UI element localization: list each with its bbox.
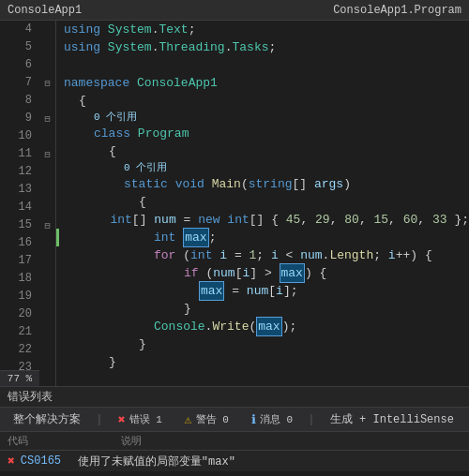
code-zero-ref-2: 0 个引用 <box>64 160 469 175</box>
code-line-17: max = num[i]; <box>64 282 469 300</box>
row-error-message: 使用了未赋值的局部变量"max" <box>78 454 461 469</box>
code-line-10: { <box>64 142 469 160</box>
error-table-header: 代码 说明 <box>0 432 469 451</box>
tab-messages[interactable]: ℹ 消息 0 <box>242 409 302 430</box>
fold-23 <box>39 359 55 377</box>
tab-solution[interactable]: 整个解决方案 <box>4 409 90 430</box>
zoom-level: 77 % <box>0 370 39 386</box>
green-indicator <box>56 229 59 246</box>
line-num-8: 8 <box>0 92 39 110</box>
message-count: 消息 0 <box>260 412 293 426</box>
code-line-11: static void Main(string[] args) <box>64 175 469 193</box>
fold-14 <box>39 199 55 216</box>
line-num-19: 19 <box>0 288 39 305</box>
window-title-right: ConsoleApp1.Program <box>234 4 461 17</box>
fold-9[interactable]: ⊟ <box>39 110 55 127</box>
code-zero-ref-1: 0 个引用 <box>64 110 469 125</box>
tab-build-label: 生成 + IntelliSense <box>330 411 454 427</box>
line-num-9: 9 <box>0 110 39 127</box>
line-num-20: 20 <box>0 305 39 323</box>
line-num-14: 14 <box>0 199 39 216</box>
line-num-10: 10 <box>0 127 39 145</box>
fold-22 <box>39 341 55 359</box>
window-title-left: ConsoleApp1 <box>8 4 234 17</box>
fold-18 <box>39 270 55 288</box>
error-table: 代码 说明 ✖ CS0165 使用了未赋值的局部变量"max" <box>0 432 469 476</box>
tab-errors[interactable]: ✖ 错误 1 <box>109 409 172 430</box>
row-error-code: CS0165 <box>21 454 72 468</box>
line-numbers-gutter: 4 5 6 7 8 9 10 11 12 13 14 15 16 17 18 1… <box>0 21 39 386</box>
warning-icon: ⚠ <box>185 412 192 427</box>
tab-build[interactable]: 生成 + IntelliSense <box>321 409 463 430</box>
fold-13 <box>39 181 55 199</box>
col-header-desc: 说明 <box>121 434 461 448</box>
fold-17 <box>39 252 55 270</box>
code-line-18: } <box>64 300 469 318</box>
code-line-6 <box>64 56 469 74</box>
code-line-19: Console.Write(max); <box>64 318 469 335</box>
line-num-4: 4 <box>0 21 39 38</box>
line-num-6: 6 <box>0 56 39 74</box>
code-line-12: { <box>64 193 469 211</box>
fold-11[interactable]: ⊟ <box>39 145 55 163</box>
code-line-22 <box>64 371 469 386</box>
fold-16 <box>39 234 55 252</box>
code-line-4: using System.Text; <box>64 21 469 38</box>
tab-warnings[interactable]: ⚠ 警告 0 <box>175 409 238 430</box>
fold-5 <box>39 38 55 56</box>
line-num-13: 13 <box>0 181 39 199</box>
line-num-5: 5 <box>0 38 39 56</box>
line-num-16: 16 <box>0 234 39 252</box>
fold-4 <box>39 21 55 38</box>
code-line-21: } <box>64 353 469 371</box>
line-num-22: 22 <box>0 341 39 359</box>
code-line-20: } <box>64 335 469 353</box>
fold-10 <box>39 127 55 145</box>
line-num-15: 15 <box>0 216 39 234</box>
info-icon: ℹ <box>251 412 256 427</box>
line-num-12: 12 <box>0 163 39 181</box>
warning-count: 警告 0 <box>196 412 229 426</box>
error-list-title: 错误列表 <box>8 389 53 405</box>
tab-solution-label: 整个解决方案 <box>13 411 81 427</box>
error-count: 错误 1 <box>129 412 162 426</box>
error-icon: ✖ <box>118 412 126 427</box>
error-list-panel: 错误列表 整个解决方案 | ✖ 错误 1 ⚠ 警告 0 ℹ 消息 0 | 生成 … <box>0 386 469 476</box>
fold-20 <box>39 305 55 323</box>
error-tabs: 整个解决方案 | ✖ 错误 1 ⚠ 警告 0 ℹ 消息 0 | 生成 + Int… <box>0 408 469 432</box>
fold-6 <box>39 56 55 74</box>
code-line-9: class Program <box>64 125 469 142</box>
code-line-14: int max; <box>64 229 469 246</box>
fold-15[interactable]: ⊟ <box>39 216 55 234</box>
row-error-icon: ✖ <box>8 454 15 469</box>
code-line-8: { <box>64 92 469 110</box>
fold-21 <box>39 323 55 341</box>
code-line-15: 💡 for (int i = 1; i < num.Length; i++) { <box>64 246 469 264</box>
code-line-13: int[] num = new int[] { 45, 29, 80, 15, … <box>64 211 469 229</box>
fold-19 <box>39 288 55 305</box>
line-num-21: 21 <box>0 323 39 341</box>
error-row-1[interactable]: ✖ CS0165 使用了未赋值的局部变量"max" <box>0 451 469 471</box>
line-num-7: 7 <box>0 74 39 92</box>
fold-7[interactable]: ⊟ <box>39 74 55 92</box>
fold-8 <box>39 92 55 110</box>
code-line-5: using System.Threading.Tasks; <box>64 38 469 56</box>
fold-indicators: ⊟ ⊟ ⊟ ⊟ <box>39 21 56 386</box>
tab-divider-2: | <box>308 412 315 426</box>
code-editor[interactable]: using System.Text; using System.Threadin… <box>56 21 469 386</box>
line-num-17: 17 <box>0 252 39 270</box>
col-header-code: 代码 <box>8 434 121 448</box>
code-line-16: if (num[i] > max) { <box>64 264 469 282</box>
line-num-18: 18 <box>0 270 39 288</box>
fold-12 <box>39 163 55 181</box>
line-num-11: 11 <box>0 145 39 163</box>
tab-divider-1: | <box>96 412 103 426</box>
code-line-7: namespace ConsoleApp1 <box>64 74 469 92</box>
error-list-header: 错误列表 <box>0 387 469 408</box>
